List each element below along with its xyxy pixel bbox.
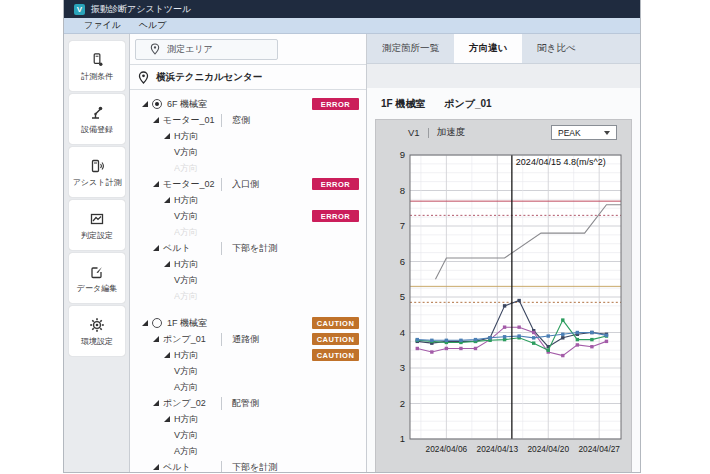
tree-item-label: A方向 xyxy=(174,226,198,239)
tree-row[interactable]: ベルト下部を計測 xyxy=(130,459,366,473)
tree-expand-arrow-icon[interactable] xyxy=(149,181,163,187)
tree-item-label: H方向 xyxy=(174,349,199,362)
svg-text:5: 5 xyxy=(400,291,405,302)
svg-text:2024/04/13: 2024/04/13 xyxy=(477,444,519,454)
content-area: 計測条件設備登録アシスト計測判定設定データ編集環境設定 測定エリア xyxy=(64,34,640,472)
edit-icon xyxy=(89,263,105,281)
tree-row[interactable]: モーター_01窓側 xyxy=(130,112,366,128)
tree-expand-arrow-icon[interactable] xyxy=(160,133,174,139)
tree-row[interactable]: A方向 xyxy=(130,379,366,395)
tree-row[interactable]: A方向 xyxy=(130,288,366,304)
sidebar-item-label: 環境設定 xyxy=(81,336,113,347)
sidebar-item-equipment-registration[interactable]: 設備登録 xyxy=(69,94,125,144)
detail-equipment: ポンプ_01 xyxy=(444,98,491,109)
tree-expand-arrow-icon[interactable] xyxy=(160,197,174,203)
tree-item-sublabel: 下部を計測 xyxy=(221,461,277,474)
measure-area-button[interactable]: 測定エリア xyxy=(135,39,278,60)
tab-strip: 測定箇所一覧方向違い聞き比べ xyxy=(367,34,640,64)
app-window: V 振動診断アシストツール ファイルヘルプ 計測条件設備登録アシスト計測判定設定… xyxy=(63,0,641,473)
tree-row[interactable]: H方向CAUTION xyxy=(130,347,366,363)
tab-direction-compare[interactable]: 方向違い xyxy=(454,34,522,63)
tree-item-label: A方向 xyxy=(174,381,198,394)
tree-expand-arrow-icon[interactable] xyxy=(138,101,152,107)
svg-text:2024/04/06: 2024/04/06 xyxy=(426,444,468,454)
sidebar-item-assist-measurement[interactable]: アシスト計測 xyxy=(69,147,125,197)
tree-item-sublabel: 窓側 xyxy=(221,114,250,127)
sidebar-item-judgement-settings[interactable]: 判定設定 xyxy=(69,200,125,250)
sidebar-item-environment-settings[interactable]: 環境設定 xyxy=(69,306,125,356)
tree-row[interactable]: ポンプ_02配管側 xyxy=(130,395,366,411)
tree-row[interactable]: H方向 xyxy=(130,411,366,427)
svg-text:2: 2 xyxy=(400,398,405,409)
tree-row[interactable]: V方向 xyxy=(130,272,366,288)
robot-arm-icon xyxy=(89,104,105,122)
detail-location: 1F 機械室 xyxy=(381,98,425,109)
tree-item-label: H方向 xyxy=(174,130,199,143)
window-title: 振動診断アシストツール xyxy=(91,3,191,16)
tree-row[interactable]: H方向 xyxy=(130,256,366,272)
tree-expand-arrow-icon[interactable] xyxy=(160,416,174,422)
menu-item-help[interactable]: ヘルプ xyxy=(139,19,167,32)
tree-expand-arrow-icon[interactable] xyxy=(149,245,163,251)
tree-row[interactable]: V方向 xyxy=(130,427,366,443)
tree-row[interactable]: H方向 xyxy=(130,192,366,208)
svg-text:7: 7 xyxy=(400,220,405,231)
svg-text:3: 3 xyxy=(400,362,405,373)
tree-item-label: H方向 xyxy=(174,194,199,207)
tree-expand-arrow-icon[interactable] xyxy=(149,117,163,123)
tree-expand-arrow-icon[interactable] xyxy=(149,400,163,406)
chevron-down-icon xyxy=(604,131,610,135)
tab-listen-compare[interactable]: 聞き比べ xyxy=(522,34,590,63)
site-row[interactable]: 横浜テクニカルセンター xyxy=(130,65,366,90)
sidebar-item-measure-conditions[interactable]: 計測条件 xyxy=(69,41,125,91)
detail-panel: 測定箇所一覧方向違い聞き比べ 1F 機械室 ポンプ_01 V1 加速度 PEAK xyxy=(367,34,640,472)
status-badge-error: ERROR xyxy=(312,178,359,190)
tree-row[interactable]: V方向 xyxy=(130,363,366,379)
tree-item-label: V方向 xyxy=(174,210,198,223)
measure-type-label: 加速度 xyxy=(437,126,466,139)
tree-row[interactable]: A方向 xyxy=(130,160,366,176)
tree-row[interactable]: A方向 xyxy=(130,443,366,459)
tree-expand-arrow-icon[interactable] xyxy=(138,320,152,326)
tree-row[interactable]: ポンプ_01通路側CAUTION xyxy=(130,331,366,347)
status-badge-caution: CAUTION xyxy=(312,349,359,361)
tree-row[interactable]: モーター_02入口側ERROR xyxy=(130,176,366,192)
sidebar-item-label: 計測条件 xyxy=(81,71,113,82)
tree-expand-arrow-icon[interactable] xyxy=(149,336,163,342)
area-button-row: 測定エリア xyxy=(130,34,366,65)
tree-row[interactable]: ベルト下部を計測 xyxy=(130,240,366,256)
tree-expand-arrow-icon[interactable] xyxy=(160,352,174,358)
tree-row[interactable]: H方向 xyxy=(130,128,366,144)
tree-item-label: V方向 xyxy=(174,429,198,442)
svg-text:2024/04/20: 2024/04/20 xyxy=(527,444,569,454)
tree-expand-arrow-icon[interactable] xyxy=(149,464,163,470)
svg-text:4: 4 xyxy=(400,327,405,338)
tree-item-label: H方向 xyxy=(174,258,199,271)
sidebar-item-data-edit[interactable]: データ編集 xyxy=(69,253,125,303)
menu-item-file[interactable]: ファイル xyxy=(84,19,121,32)
tree-row[interactable]: 1F 機械室CAUTION xyxy=(130,315,366,331)
tree-item-label: ポンプ_01 xyxy=(163,333,221,346)
status-badge-error: ERROR xyxy=(312,98,359,110)
tab-measure-point-list[interactable]: 測定箇所一覧 xyxy=(367,34,454,63)
tree-item-label: V方向 xyxy=(174,146,198,159)
tree-row[interactable]: V方向 xyxy=(130,144,366,160)
chart-card-header: V1 加速度 PEAK xyxy=(380,122,627,143)
tree-item-sublabel: 入口側 xyxy=(221,178,259,191)
status-badge-caution: CAUTION xyxy=(312,333,359,345)
tree-radio-off[interactable] xyxy=(152,318,162,328)
app-logo-icon: V xyxy=(74,4,85,15)
tree-radio-on[interactable] xyxy=(152,99,162,109)
trend-chart[interactable]: 2024/04/15 4.8(m/s^2)1234567892024/04/06… xyxy=(380,143,628,469)
tree-expand-arrow-icon[interactable] xyxy=(160,261,174,267)
map-pin-icon xyxy=(138,71,149,84)
svg-text:9: 9 xyxy=(400,149,405,160)
peak-select[interactable]: PEAK xyxy=(551,125,617,140)
tree-row[interactable]: 6F 機械室ERROR xyxy=(130,96,366,112)
tree-row[interactable]: V方向ERROR xyxy=(130,208,366,224)
tree-item-label: H方向 xyxy=(174,413,199,426)
tree-item-label: モーター_01 xyxy=(163,114,221,127)
tree-row[interactable]: A方向 xyxy=(130,224,366,240)
svg-text:2024/04/27: 2024/04/27 xyxy=(578,444,620,454)
tree-item-sublabel: 通路側 xyxy=(221,333,259,346)
